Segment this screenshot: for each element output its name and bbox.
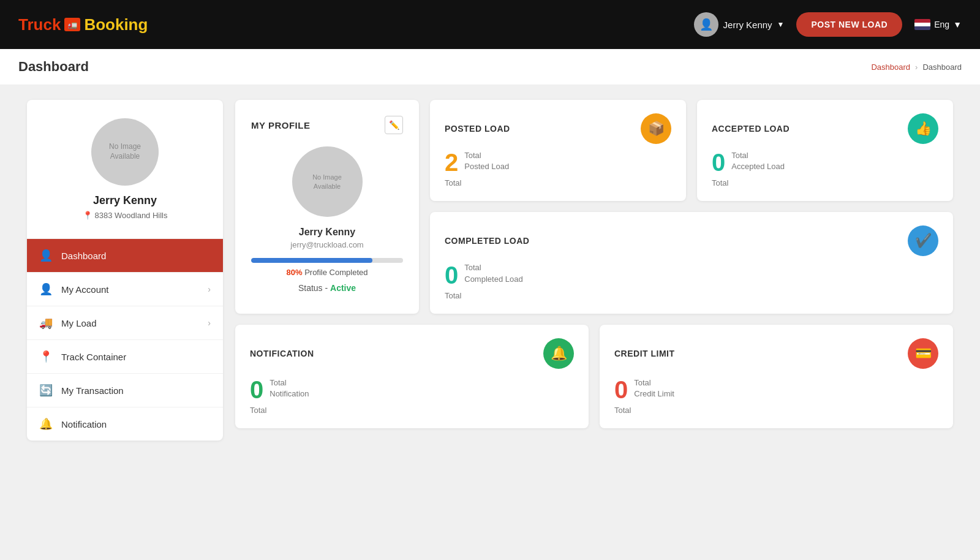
completed-load-desc: Total Completed Load	[464, 262, 522, 287]
language-selector[interactable]: Eng ▼	[914, 19, 962, 30]
accepted-load-title: ACCEPTED LOAD	[712, 124, 790, 134]
load-stats-row: POSTED LOAD 📦 2 Total Posted Load Total	[430, 100, 953, 201]
profile-progress-bar	[251, 258, 403, 263]
sidebar-user-avatar: No ImageAvailable	[91, 118, 159, 186]
bottom-row: NOTIFICATION 🔔 0 Total Notification Tota…	[235, 325, 953, 428]
profile-progress-pct: 80%	[287, 268, 303, 277]
logo: Truck 🚛 Booking	[18, 15, 148, 34]
sidebar-profile: No ImageAvailable Jerry Kenny 📍 8383 Woo…	[27, 100, 223, 232]
credit-limit-value: 0	[614, 377, 628, 402]
completed-load-footer: Total	[445, 291, 938, 300]
accepted-load-footer: Total	[712, 178, 938, 187]
posted-load-header: POSTED LOAD 📦	[445, 113, 671, 144]
flag-icon	[914, 19, 930, 30]
accepted-load-card: ACCEPTED LOAD 👍 0 Total Accepted Load To…	[697, 100, 953, 201]
sidebar-user-name: Jerry Kenny	[93, 194, 157, 207]
notification-title: NOTIFICATION	[250, 349, 314, 358]
my-load-arrow-icon: ›	[208, 318, 211, 328]
post-new-load-button[interactable]: POST NEW LOAD	[796, 12, 902, 37]
sidebar-item-label-dashboard: Dashboard	[61, 251, 106, 261]
profile-card: MY PROFILE ✏️ No ImageAvailable Jerry Ke…	[235, 100, 419, 314]
sidebar-item-label-my-transaction: My Transaction	[61, 385, 124, 396]
accepted-load-icon: 👍	[908, 113, 938, 144]
posted-load-value: 2	[445, 150, 458, 175]
sidebar-item-dashboard[interactable]: 👤 Dashboard	[27, 238, 223, 272]
profile-card-title: MY PROFILE	[251, 120, 310, 131]
completed-load-header: COMPLETED LOAD ✔️	[445, 225, 938, 256]
notification-header: NOTIFICATION 🔔	[250, 338, 574, 369]
sidebar: No ImageAvailable Jerry Kenny 📍 8383 Woo…	[27, 100, 223, 441]
my-load-icon: 🚚	[39, 316, 53, 330]
notification-icon: 🔔	[39, 417, 53, 431]
accepted-load-desc: Total Accepted Load	[731, 150, 785, 175]
nav-username: Jerry Kenny	[723, 20, 772, 30]
topnav: Truck 🚛 Booking 👤 Jerry Kenny ▼ POST NEW…	[0, 0, 980, 49]
track-container-icon: 📍	[39, 350, 53, 363]
stats-column: POSTED LOAD 📦 2 Total Posted Load Total	[430, 100, 953, 314]
accepted-load-header: ACCEPTED LOAD 👍	[712, 113, 938, 144]
sidebar-item-label-notification: Notification	[61, 419, 107, 429]
credit-limit-title: CREDIT LIMIT	[614, 349, 675, 358]
profile-status: Status - Active	[251, 283, 403, 293]
sidebar-nav: 👤 Dashboard 👤 My Account › 🚚 My Load ›	[27, 238, 223, 441]
main-content: No ImageAvailable Jerry Kenny 📍 8383 Woo…	[12, 85, 968, 455]
posted-load-body: 2 Total Posted Load	[445, 150, 671, 175]
my-transaction-icon: 🔄	[39, 384, 53, 397]
panels: MY PROFILE ✏️ No ImageAvailable Jerry Ke…	[235, 100, 953, 441]
profile-progress-label: 80% Profile Completed	[251, 268, 403, 277]
profile-progress-fill	[251, 258, 372, 263]
logo-truck-text: Truck	[18, 15, 61, 34]
posted-load-icon: 📦	[641, 113, 671, 144]
lang-arrow: ▼	[953, 20, 962, 29]
logo-booking-text: Booking	[84, 15, 148, 34]
posted-load-title: POSTED LOAD	[445, 124, 510, 134]
edit-profile-button[interactable]: ✏️	[385, 116, 403, 134]
nav-avatar: 👤	[694, 12, 718, 37]
sidebar-item-label-my-load: My Load	[61, 318, 97, 328]
posted-load-desc: Total Posted Load	[464, 150, 509, 175]
posted-load-card: POSTED LOAD 📦 2 Total Posted Load Total	[430, 100, 686, 201]
credit-limit-card: CREDIT LIMIT 💳 0 Total Credit Limit Tota…	[600, 325, 953, 428]
my-account-arrow-icon: ›	[208, 284, 211, 294]
breadcrumb-current: Dashboard	[922, 62, 962, 72]
top-row: MY PROFILE ✏️ No ImageAvailable Jerry Ke…	[235, 100, 953, 314]
profile-email: jerry@truckload.com	[251, 240, 403, 249]
nav-right: 👤 Jerry Kenny ▼ POST NEW LOAD Eng ▼	[694, 12, 962, 37]
sidebar-address: 8383 Woodland Hills	[95, 211, 168, 220]
profile-name: Jerry Kenny	[251, 227, 403, 238]
nav-dropdown-arrow: ▼	[777, 20, 785, 29]
location-pin-icon: 📍	[83, 211, 92, 220]
notification-value: 0	[250, 377, 263, 402]
credit-limit-desc: Total Credit Limit	[634, 377, 674, 402]
breadcrumb-link[interactable]: Dashboard	[871, 62, 910, 72]
user-menu[interactable]: 👤 Jerry Kenny ▼	[694, 12, 785, 37]
notification-bell-icon: 🔔	[543, 338, 574, 369]
sidebar-item-label-track-container: Track Container	[61, 352, 126, 362]
profile-img-wrap: No ImageAvailable	[251, 146, 403, 217]
dashboard-icon: 👤	[39, 249, 53, 262]
sidebar-item-label-my-account: My Account	[61, 284, 109, 295]
my-account-icon: 👤	[39, 282, 53, 296]
sidebar-item-track-container[interactable]: 📍 Track Container	[27, 339, 223, 373]
completed-load-body: 0 Total Completed Load	[445, 262, 938, 287]
posted-load-footer: Total	[445, 178, 671, 187]
status-value: Active	[330, 283, 356, 293]
profile-image: No ImageAvailable	[292, 146, 363, 217]
breadcrumb-separator: ›	[915, 62, 918, 72]
sidebar-item-my-transaction[interactable]: 🔄 My Transaction	[27, 373, 223, 407]
sidebar-location: 📍 8383 Woodland Hills	[83, 211, 168, 220]
completed-load-title: COMPLETED LOAD	[445, 236, 529, 246]
accepted-load-value: 0	[712, 150, 725, 175]
notification-desc: Total Notification	[270, 377, 309, 402]
language-label: Eng	[934, 20, 949, 29]
accepted-load-body: 0 Total Accepted Load	[712, 150, 938, 175]
notification-footer: Total	[250, 406, 574, 415]
credit-limit-footer: Total	[614, 406, 938, 415]
notification-card: NOTIFICATION 🔔 0 Total Notification Tota…	[235, 325, 589, 428]
sidebar-item-my-account[interactable]: 👤 My Account ›	[27, 272, 223, 306]
profile-card-header: MY PROFILE ✏️	[251, 116, 403, 134]
sidebar-item-my-load[interactable]: 🚚 My Load ›	[27, 306, 223, 339]
completed-load-icon: ✔️	[908, 225, 938, 256]
breadcrumb: Dashboard › Dashboard	[871, 62, 962, 72]
sidebar-item-notification[interactable]: 🔔 Notification	[27, 407, 223, 441]
